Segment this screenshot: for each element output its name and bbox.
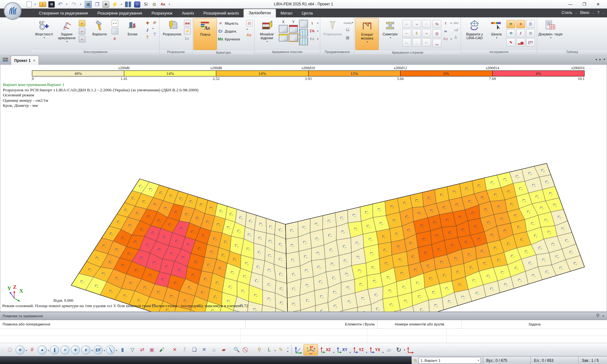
torsion-button[interactable]: Mx Кручення [218, 36, 245, 42]
window-menu[interactable]: Вікно [579, 10, 591, 15]
mesh-element[interactable] [286, 252, 300, 269]
app-logo[interactable] [4, 2, 21, 20]
stirrups-tile[interactable]: ||| [432, 29, 441, 38]
section-corner-tile-3[interactable]: · [422, 20, 431, 28]
full-reinforcement-button[interactable]: As Повна [193, 18, 217, 50]
grid-tool[interactable]: # [81, 345, 90, 355]
section-corner-tile-6[interactable]: ∟ [402, 38, 411, 46]
style-menu[interactable]: Стиль [560, 10, 574, 15]
stiffness-tool[interactable]: EF [94, 345, 103, 355]
mesh-element[interactable] [376, 229, 391, 244]
red-grid-icon[interactable]: # [112, 36, 118, 42]
epure-mosaic-button[interactable]: Епюри/ мозаїка▾ [355, 18, 379, 50]
k-sigma-bars-icon[interactable]: Kσ [443, 36, 449, 42]
plate-cube-x2-icon[interactable] [279, 34, 288, 41]
tab-tsegla[interactable]: Цегла [297, 9, 318, 17]
select-polygon-tool[interactable]: ⬠ [6, 345, 14, 354]
brush-tool[interactable]: 🖌 [157, 345, 166, 354]
variants-button[interactable]: Варіанти [88, 18, 111, 49]
plate-cube-x-icon[interactable] [279, 25, 288, 33]
clear-results-icon[interactable]: ✕ [516, 20, 525, 28]
tab-rozrakhunok[interactable]: Розрахунок [147, 9, 177, 17]
plate-cube-4-icon[interactable] [299, 29, 308, 36]
current-view-button[interactable]: YZX [304, 344, 318, 355]
restore-button[interactable]: ❐ [577, 0, 591, 9]
red-axes-button[interactable] [406, 346, 415, 354]
dimension-tool-dropdown[interactable]: ▾ [274, 349, 276, 352]
tab-rozshyrenyi-analiz[interactable]: Розширений аналіз [199, 9, 243, 17]
open-in-lira-cad-button[interactable]: Відкрити у LIRA-CAD [462, 18, 487, 49]
plate-cube-y-icon[interactable] [289, 25, 298, 33]
legend-segment-s200d8[interactable]: 14% [124, 71, 216, 76]
assigned-reinforcement-button[interactable]: Задане армування▾ [55, 18, 78, 49]
hatch-lines-icon[interactable]: ⫽ [144, 27, 150, 33]
model-viewport[interactable]: s200d6s200d8s200d10s200d12s200d14s200d16… [0, 65, 607, 312]
plate-cube-5-icon[interactable] [299, 38, 308, 45]
view-button-xz-dropdown[interactable]: ▾ [333, 351, 334, 354]
document-tab[interactable]: Проект 1 × [11, 56, 39, 65]
column-header-task[interactable]: Задача [462, 320, 607, 328]
tab-list-icon[interactable]: ▾ [604, 58, 605, 61]
documentation-button[interactable]: Докумен- тація▾ [538, 18, 563, 49]
small-refresh-icon[interactable]: ⟲ [506, 29, 515, 37]
perspective-grid-button[interactable]: ▱ [385, 346, 393, 354]
scale-button[interactable]: Шкала▾ [487, 18, 506, 49]
vertical-lines-tool[interactable]: ∥ [50, 345, 59, 355]
merge-nodes-tool-dropdown[interactable]: ▾ [48, 349, 49, 352]
mesh-element[interactable] [310, 229, 324, 248]
pen-plus-icon[interactable]: ✚ [144, 20, 150, 26]
rc-analysis-button[interactable]: Розрахунок [161, 18, 183, 49]
corner-rebar-icon-1[interactable]: ⌐ [79, 20, 85, 27]
column-header-numbers[interactable]: Номери елементів або вузлів [377, 320, 462, 328]
grid-tool-dropdown[interactable]: ▾ [91, 349, 93, 352]
corner-rebar-icon-3[interactable]: ⌐ [79, 36, 85, 42]
frame-section-icon[interactable]: ⊟ [246, 20, 253, 27]
tab-scroll-left-icon[interactable]: ◂ [595, 58, 597, 61]
add-node-tool-dropdown[interactable]: ▾ [26, 349, 27, 352]
pen-tool-dropdown[interactable]: ▾ [116, 349, 117, 352]
legend-segment-s200d12[interactable]: 13% [308, 71, 400, 76]
mesh-element[interactable] [286, 237, 299, 254]
tab-zalizobeton[interactable]: Залізобетон [243, 9, 276, 17]
plate-cube-y2-icon[interactable] [289, 34, 298, 41]
help-menu[interactable]: ? [596, 10, 601, 15]
frame-3d-tool[interactable]: ⌂ [210, 345, 218, 354]
pen-red-icon[interactable]: ✎ [506, 38, 515, 46]
variant-selector[interactable]: ✎ 1. Варіант 1▾ [412, 356, 483, 364]
invert-fragment-tool[interactable]: ⤴ [180, 345, 189, 354]
crack-t-icon[interactable]: ᴛ [443, 20, 449, 26]
filter-funnel-tool[interactable]: ▽ [128, 345, 137, 354]
glasses-icon[interactable]: ∞ [443, 28, 449, 34]
block-tool[interactable]: ▮ [118, 345, 127, 354]
cube-outline-icon[interactable] [112, 28, 118, 34]
additional-button[interactable]: Cr Додатк. [218, 28, 245, 34]
stiffness-button[interactable]: EF Жорсткості▾ [33, 18, 55, 49]
mesh-element[interactable] [367, 273, 383, 289]
pin-icon[interactable] [596, 314, 599, 318]
ip-icon[interactable]: iP [152, 20, 158, 26]
legend-segment-s200d10[interactable]: 14% [216, 71, 308, 76]
checklist-icon[interactable]: ✓✓ [112, 20, 118, 27]
mesh-red-icon[interactable]: ⊞⊞ [184, 20, 191, 27]
column-header-elements-nodes[interactable]: Елементи | Вузли [246, 320, 377, 328]
hide-selected-tool[interactable]: ✕ [170, 345, 179, 354]
iso-view-button[interactable] [294, 346, 303, 354]
percent-tile[interactable]: % [432, 20, 441, 28]
column-header-error[interactable]: Помилка або попередження [0, 320, 246, 328]
panel-close-icon[interactable]: × [603, 314, 604, 318]
anchor-pin-icon[interactable]: ⍑ [144, 34, 150, 40]
zoom-tool[interactable]: 🔍 [232, 345, 241, 354]
sum-percent-icon[interactable]: Σ% [309, 28, 315, 34]
mesh-element[interactable] [536, 253, 552, 267]
document-tab-close-icon[interactable]: × [33, 58, 35, 63]
question-calc-icon[interactable]: {?! [526, 38, 535, 46]
chart-red-icon[interactable]: ▂▅ [516, 38, 525, 46]
view-button-yx-dropdown[interactable]: ▾ [383, 351, 384, 354]
pen-tool[interactable]: ╲ [106, 345, 115, 355]
legend-segment-s200d6[interactable]: 49% [32, 71, 124, 76]
close-button[interactable]: ✕ [591, 0, 605, 9]
crack-width-icon[interactable]: ᴛ [309, 20, 315, 26]
minimize-button[interactable]: — [563, 0, 577, 9]
t-shape-icon[interactable]: ⊤ [152, 31, 158, 37]
legend-segment-s200d14[interactable]: 6% [400, 71, 492, 76]
